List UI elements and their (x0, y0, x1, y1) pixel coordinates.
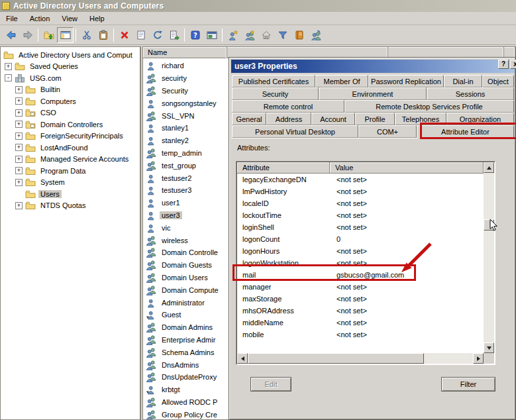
horizontal-scroll-thumb[interactable] (248, 353, 424, 364)
attribute-row-legacyexchangedn[interactable]: legacyExchangeDN<not set> (237, 174, 484, 185)
up-one-level-icon[interactable] (40, 27, 57, 43)
tree-expander[interactable]: + (15, 179, 23, 186)
tree-item-builtin[interactable]: +Builtin (1, 84, 140, 96)
scroll-left-button[interactable] (237, 353, 248, 364)
tab-published-certificates[interactable]: Published Certificates (232, 75, 315, 87)
tree-item-usg-com[interactable]: -USG.com (1, 72, 140, 84)
tree-item-ntds-quotas[interactable]: +NTDS Quotas (1, 200, 140, 212)
tab-general[interactable]: General (232, 113, 266, 125)
tab-dial-in[interactable]: Dial-in (444, 75, 482, 87)
attribute-row-loginshell[interactable]: loginShell<not set> (237, 221, 484, 233)
dialog-close-button[interactable]: x (510, 60, 516, 69)
edit-button[interactable]: Edit (250, 377, 291, 392)
tree-item-domain-controllers[interactable]: +Domain Controllers (1, 119, 140, 131)
tab-member-of[interactable]: Member Of (315, 75, 368, 87)
attribute-row-mobile[interactable]: mobile<not set> (237, 329, 484, 341)
tree-item-program-data[interactable]: +Program Data (1, 165, 140, 177)
tree-expander[interactable]: + (5, 63, 12, 70)
tab-row: SecurityEnvironmentSessions (232, 87, 514, 100)
forward-icon[interactable] (19, 27, 36, 43)
vertical-scrollbar[interactable] (484, 162, 494, 353)
list-item-label: Administrator (160, 299, 207, 307)
tree-item-users[interactable]: +Users (1, 188, 140, 200)
name-column-header[interactable]: Name (143, 47, 227, 58)
tree-expander[interactable]: + (15, 202, 23, 209)
column-header-segment[interactable] (227, 47, 388, 58)
tree-expander[interactable]: + (15, 144, 23, 151)
filter-icon[interactable] (274, 27, 291, 43)
tab-account[interactable]: Account (311, 113, 355, 125)
cut-icon[interactable] (78, 27, 95, 43)
export-list-icon[interactable] (166, 27, 182, 43)
attribute-column-header[interactable]: Attribute (237, 162, 330, 174)
tree-item-label: NTDS Quotas (38, 201, 87, 209)
show-console-tree-icon[interactable] (57, 27, 74, 43)
dialog-help-button[interactable]: ? (498, 60, 509, 69)
attribute-row-logoncount[interactable]: logonCount0 (237, 233, 484, 245)
menu-action[interactable]: Action (24, 13, 56, 24)
home-icon[interactable] (258, 27, 274, 43)
list-item-label: krbtgt (160, 386, 182, 394)
tree-expander[interactable]: + (15, 86, 23, 93)
tree-item-system[interactable]: +System (1, 177, 140, 189)
help-icon[interactable]: ? (187, 27, 203, 43)
filter-button[interactable]: Filter (441, 377, 495, 392)
tab-profile[interactable]: Profile (355, 113, 395, 125)
tree-item-active-directory-users-and-comput[interactable]: Active Directory Users and Comput (1, 49, 140, 61)
tree-expander[interactable]: + (15, 109, 23, 117)
attribute-row-localeid[interactable]: localeID<not set> (237, 197, 484, 209)
attribute-row-mhsoraddress[interactable]: mhsORAddress<not set> (237, 305, 484, 317)
attribute-row-logonhours[interactable]: logonHours<not set> (237, 245, 484, 257)
dialog-titlebar[interactable]: user3 Properties (231, 60, 515, 73)
tree-item-computers[interactable]: +Computers (1, 95, 140, 107)
delete-icon[interactable] (116, 27, 132, 43)
scroll-down-button[interactable] (484, 342, 494, 353)
tree-expander[interactable]: + (15, 156, 23, 163)
new-user-icon[interactable] (225, 27, 241, 43)
new-group-icon[interactable] (241, 27, 258, 43)
tab-password-replication[interactable]: Password Replication (368, 75, 444, 87)
back-icon[interactable] (3, 27, 19, 43)
attribute-row-manager[interactable]: manager<not set> (237, 281, 484, 293)
column-header-segment[interactable] (388, 47, 504, 58)
attribute-row-middlename[interactable]: middleName<not set> (237, 317, 484, 329)
menu-help[interactable]: Help (83, 13, 111, 24)
value-column-header[interactable]: Value (330, 162, 484, 174)
scroll-up-button[interactable] (484, 162, 494, 173)
tab-object[interactable]: Object (482, 75, 514, 87)
new-group-alt-icon[interactable] (307, 27, 324, 43)
ou-icon (25, 107, 36, 118)
tree-expander[interactable]: + (15, 121, 23, 128)
menu-file[interactable]: File (0, 13, 24, 24)
window-titlebar[interactable]: Active Directory Users and Computers (0, 0, 516, 12)
console-window-icon[interactable] (203, 27, 220, 43)
tree-item-lostandfound[interactable]: +LostAndFound (1, 142, 140, 154)
tab-remote-control[interactable]: Remote control (232, 100, 344, 113)
tree-item-saved-queries[interactable]: +Saved Queries (1, 61, 140, 73)
address-book-icon[interactable] (291, 27, 307, 43)
tree-expander[interactable]: + (15, 97, 23, 105)
tree-expander[interactable]: - (5, 74, 12, 81)
attribute-name: legacyExchangeDN (237, 176, 330, 184)
tab-com[interactable]: COM+ (358, 125, 417, 138)
attribute-row-lmpwdhistory[interactable]: lmPwdHistory<not set> (237, 185, 484, 197)
scroll-right-button[interactable] (473, 353, 484, 364)
tab-sessions[interactable]: Sessions (427, 87, 514, 100)
tab-address[interactable]: Address (266, 113, 311, 125)
tab-security[interactable]: Security (232, 87, 319, 100)
tree-item-managed-service-accounts[interactable]: +Managed Service Accounts (1, 154, 140, 166)
attribute-row-lockouttime[interactable]: lockoutTime<not set> (237, 209, 484, 221)
paste-icon[interactable] (95, 27, 111, 43)
tree-expander[interactable]: + (15, 132, 23, 140)
menu-view[interactable]: View (56, 13, 83, 24)
tab-remote-desktop-services-profile[interactable]: Remote Desktop Services Profile (344, 100, 514, 113)
tree-item-cso[interactable]: +CSO (1, 107, 140, 119)
tree-expander[interactable]: + (15, 167, 23, 174)
tree-item-foreignsecurityprincipals[interactable]: +ForeignSecurityPrincipals (1, 131, 140, 142)
refresh-icon[interactable] (149, 27, 166, 43)
horizontal-scrollbar[interactable] (237, 353, 484, 364)
attribute-row-maxstorage[interactable]: maxStorage<not set> (237, 293, 484, 305)
properties-icon[interactable] (132, 27, 149, 43)
tab-environment[interactable]: Environment (319, 87, 427, 100)
tab-personal-virtual-desktop[interactable]: Personal Virtual Desktop (232, 125, 358, 138)
